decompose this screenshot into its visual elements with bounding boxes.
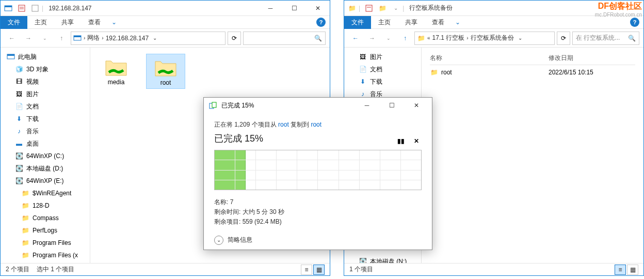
tree-drive-n[interactable]: 💽本地磁盘 (N:) xyxy=(344,255,421,263)
tree-128d[interactable]: 📁128-D xyxy=(1,199,90,212)
folder-icon: 📁 xyxy=(21,239,29,247)
progress-graph xyxy=(214,150,422,190)
col-name[interactable]: 名称 xyxy=(430,54,549,63)
search-input[interactable]: 🔍 xyxy=(243,32,326,45)
tab-home[interactable]: 主页 xyxy=(27,16,54,29)
properties-icon[interactable] xyxy=(16,3,27,14)
help-icon[interactable]: ? xyxy=(316,18,326,27)
view-icons-button[interactable]: ▦ xyxy=(627,265,638,275)
view-details-button[interactable]: ≡ xyxy=(301,265,312,275)
qat-dropdown-icon[interactable] xyxy=(29,3,41,14)
up-button[interactable]: ↑ xyxy=(54,31,69,45)
folder-icon: 📁 xyxy=(21,226,29,235)
col-date[interactable]: 修改日期 xyxy=(549,54,610,63)
refresh-button[interactable]: ⟳ xyxy=(228,32,241,45)
tab-view[interactable]: 查看 xyxy=(425,16,452,29)
music-icon: ♪ xyxy=(15,127,23,135)
close-button[interactable]: ✕ xyxy=(406,98,427,113)
minimize-button[interactable]: ─ xyxy=(259,1,282,16)
pause-button[interactable]: ▮▮ xyxy=(396,136,406,146)
expand-ribbon-icon[interactable]: ⌄ xyxy=(452,19,464,26)
expand-ribbon-icon[interactable]: ⌄ xyxy=(108,19,120,26)
qat-dropdown-icon[interactable]: ⌄ xyxy=(390,3,401,14)
crumb-network[interactable]: 网络 xyxy=(87,34,100,42)
tree-pictures[interactable]: 🖼图片 xyxy=(344,51,421,63)
recent-dropdown[interactable]: ⌄ xyxy=(38,31,52,45)
tab-view[interactable]: 查看 xyxy=(81,16,108,29)
picture-icon: 🖼 xyxy=(15,90,23,98)
tree-drive-c[interactable]: 💽64WinXP (C:) xyxy=(1,150,90,162)
computer-icon xyxy=(73,34,82,42)
crumb-2[interactable]: 行空板系统备份 xyxy=(471,34,514,42)
tab-home[interactable]: 主页 xyxy=(371,16,398,29)
forward-button[interactable]: → xyxy=(21,31,36,45)
folder-icon: 📁 xyxy=(21,251,29,259)
share-folder-icon xyxy=(153,56,178,77)
drive-icon: 💽 xyxy=(15,177,23,185)
tree-drive-d[interactable]: 💽本地磁盘 (D:) xyxy=(1,162,90,175)
tab-share[interactable]: 共享 xyxy=(398,16,425,29)
list-header: 名称 修改日期 xyxy=(430,52,635,65)
address-bar[interactable]: 📁 « 17.1 行空板 › 行空板系统备份 ⌄ xyxy=(414,32,555,45)
minimize-button[interactable]: ─ xyxy=(357,98,377,113)
copy-icon xyxy=(209,102,217,109)
info-time: 大约 5 分 30 秒 xyxy=(243,208,284,215)
view-icons-button[interactable]: ▦ xyxy=(313,265,325,275)
tree-compass[interactable]: 📁Compass xyxy=(1,212,90,224)
tree-desktop[interactable]: ▬桌面 xyxy=(1,137,90,150)
tab-file[interactable]: 文件 xyxy=(344,16,371,29)
window-title: 192.168.28.147 xyxy=(49,5,91,12)
chevron-down-icon: ⌄ xyxy=(214,236,223,245)
cancel-button[interactable]: ✕ xyxy=(411,136,422,146)
tree-3d[interactable]: 🧊3D 对象 xyxy=(1,63,90,75)
svg-rect-9 xyxy=(7,54,14,56)
tree-pictures[interactable]: 🖼图片 xyxy=(1,88,90,100)
up-button[interactable]: ↑ xyxy=(398,31,412,45)
help-icon[interactable]: ? xyxy=(630,18,639,27)
maximize-button[interactable]: ☐ xyxy=(381,98,402,113)
addr-dropdown-icon[interactable]: ⌄ xyxy=(518,35,522,41)
tree-pfx[interactable]: 📁Program Files (x xyxy=(1,249,90,261)
forward-button[interactable]: → xyxy=(365,31,379,45)
item-root[interactable]: root xyxy=(146,54,185,89)
recent-dropdown[interactable]: ⌄ xyxy=(381,31,396,45)
tree-documents[interactable]: 📄文档 xyxy=(344,63,421,75)
tree-downloads[interactable]: ⬇下载 xyxy=(1,113,90,125)
nav-tree[interactable]: 此电脑 🧊3D 对象 🎞视频 🖼图片 📄文档 ⬇下载 ♪音乐 ▬桌面 💽64Wi… xyxy=(1,48,90,263)
tree-videos[interactable]: 🎞视频 xyxy=(1,75,90,88)
download-icon: ⬇ xyxy=(359,78,367,86)
close-button[interactable]: ✕ xyxy=(306,1,330,16)
refresh-button[interactable]: ⟳ xyxy=(557,32,570,45)
cube-icon: 🧊 xyxy=(15,65,23,73)
tree-winre[interactable]: 📁$WinREAgent xyxy=(1,187,90,199)
crumb-1[interactable]: 17.1 行空板 xyxy=(432,34,465,42)
properties-icon[interactable] xyxy=(363,3,375,14)
tab-share[interactable]: 共享 xyxy=(54,16,81,29)
maximize-button[interactable]: ☐ xyxy=(282,1,306,16)
dialog-titlebar: 已完成 15% ─ ☐ ✕ xyxy=(204,98,432,113)
tree-this-pc[interactable]: 此电脑 xyxy=(1,51,90,63)
item-media[interactable]: media xyxy=(96,54,136,88)
source-link[interactable]: root xyxy=(278,121,289,128)
addr-dropdown-icon[interactable]: ⌄ xyxy=(153,35,157,41)
tree-perflogs[interactable]: 📁PerfLogs xyxy=(1,224,90,237)
window-title: 行空板系统备份 xyxy=(409,4,453,12)
svg-rect-5 xyxy=(32,5,38,11)
toggle-details[interactable]: ⌄ 简略信息 xyxy=(214,236,422,245)
list-item[interactable]: 📁root 2022/6/15 10:15 xyxy=(430,65,635,80)
tree-documents[interactable]: 📄文档 xyxy=(1,100,90,113)
view-details-button[interactable]: ≡ xyxy=(615,265,626,275)
crumb-address[interactable]: 192.168.28.147 xyxy=(106,35,149,42)
tree-drive-e[interactable]: 💽64WinXP (E:) xyxy=(1,175,90,187)
address-bar[interactable]: › 网络 › 192.168.28.147 ⌄ xyxy=(71,32,226,45)
back-button[interactable]: ← xyxy=(348,31,363,45)
watermark: DF创客社区 mc.DFRobot.com.cn xyxy=(595,1,642,18)
dest-link[interactable]: root xyxy=(311,121,321,128)
content-area[interactable]: 名称 修改日期 📁root 2022/6/15 10:15 xyxy=(422,48,643,263)
tree-music[interactable]: ♪音乐 xyxy=(1,125,90,137)
tab-file[interactable]: 文件 xyxy=(1,16,27,29)
tree-downloads[interactable]: ⬇下载 xyxy=(344,75,421,88)
back-button[interactable]: ← xyxy=(5,31,19,45)
tree-pf[interactable]: 📁Program Files xyxy=(1,237,90,249)
search-input[interactable]: 在 行空板系统...🔍 xyxy=(572,32,639,45)
